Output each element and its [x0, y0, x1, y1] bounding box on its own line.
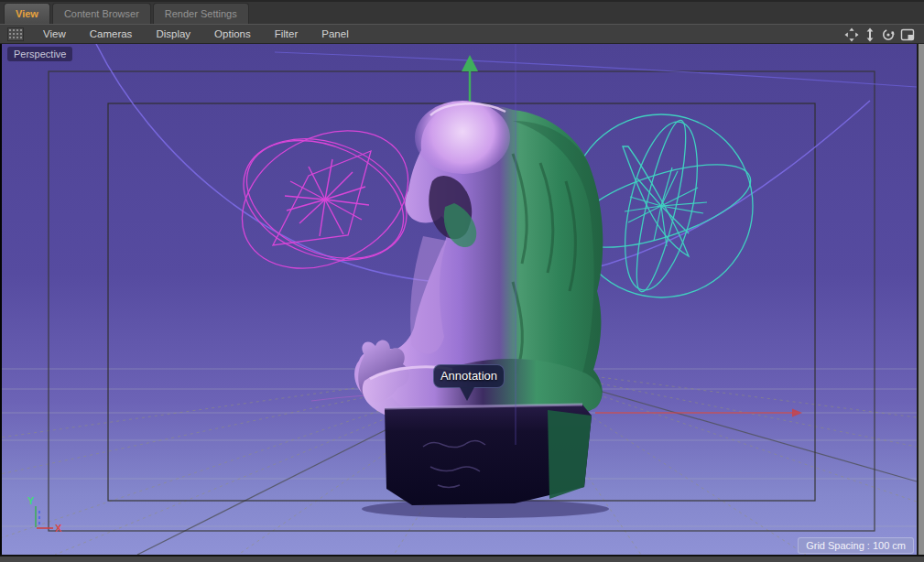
- viewport-canvas[interactable]: Y X: [0, 44, 917, 555]
- window-tab-bar: View Content Browser Render Settings: [0, 0, 924, 24]
- pan-icon[interactable]: [844, 27, 859, 42]
- camera-view-label[interactable]: Perspective: [7, 47, 72, 61]
- menu-options[interactable]: Options: [202, 28, 263, 39]
- viewport-right-border[interactable]: [917, 44, 924, 555]
- dolly-icon[interactable]: [864, 27, 876, 42]
- tab-view[interactable]: View: [4, 3, 50, 24]
- menu-view[interactable]: View: [31, 28, 78, 39]
- toggle-layout-icon[interactable]: [900, 27, 915, 42]
- viewport-left-border: [0, 44, 2, 555]
- viewport-bottom-border: [0, 555, 924, 562]
- statue-head-highlight: [415, 101, 510, 174]
- tab-render-settings[interactable]: Render Settings: [153, 3, 249, 24]
- axis-x-label: X: [55, 523, 62, 534]
- annotation-bubble[interactable]: Annotation: [433, 364, 505, 388]
- menu-panel[interactable]: Panel: [310, 28, 360, 39]
- palette-grip-icon[interactable]: [7, 27, 24, 41]
- tab-content-browser[interactable]: Content Browser: [52, 3, 151, 24]
- viewport-menu-bar: View Cameras Display Options Filter Pane…: [0, 24, 924, 44]
- menu-cameras[interactable]: Cameras: [78, 28, 145, 39]
- orbit-icon[interactable]: [881, 27, 896, 42]
- viewport-nav-icons: [844, 25, 915, 45]
- menu-filter[interactable]: Filter: [263, 28, 310, 39]
- axis-y-label: Y: [27, 495, 35, 506]
- menu-display[interactable]: Display: [144, 28, 202, 39]
- grid-spacing-badge: Grid Spacing : 100 cm: [798, 537, 914, 554]
- viewport: Y X Perspective Annotation Grid Spacing …: [0, 44, 924, 562]
